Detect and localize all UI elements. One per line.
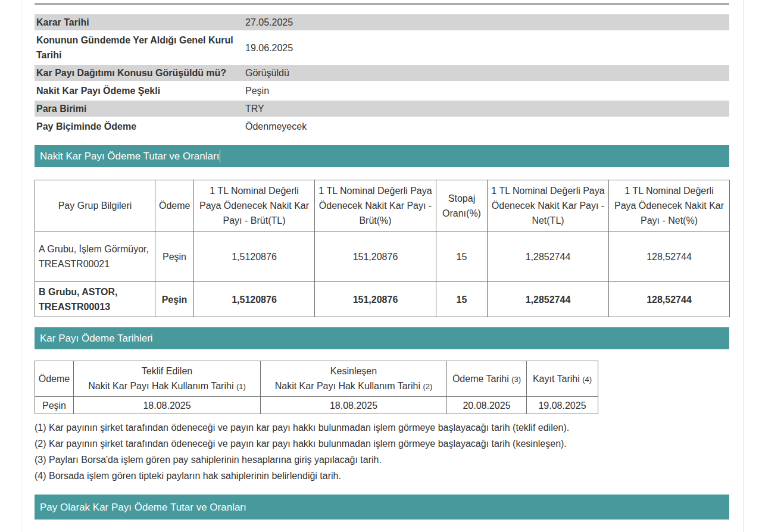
cell-net-tl: 1,2852744 (488, 282, 609, 317)
header-brut-pct: 1 TL Nominal Değerli Paya Ödenecek Nakit… (315, 180, 436, 231)
info-value: 19.06.2025 (244, 40, 729, 56)
header-line1: Kesinleşen (263, 364, 444, 378)
text-cursor (220, 150, 220, 162)
payment-dates-table: Ödeme Teklif Edilen Nakit Kar Payı Hak K… (35, 361, 598, 414)
info-value: Ödenmeyecek (244, 118, 729, 134)
table-row-pesin: Peşin 18.08.2025 18.08.2025 20.08.2025 1… (35, 397, 598, 414)
cell-net-pct: 128,52744 (609, 231, 730, 282)
header-kesinlesen: Kesinleşen Nakit Kar Payı Hak Kullanım T… (261, 361, 447, 397)
cash-dividend-table: Pay Grup Bilgileri Ödeme 1 TL Nominal De… (35, 180, 730, 317)
section-header-payment-dates: Kar Payı Ödeme Tarihleri (35, 327, 729, 349)
info-label: Nakit Kar Payı Ödeme Şekli (35, 83, 244, 99)
header-line2: Nakit Kar Payı Hak Kullanım Tarihi (2) (263, 378, 444, 394)
footnote-4: (4) Borsada işlem gören tipteki payların… (35, 468, 729, 484)
info-value: TRY (244, 101, 729, 117)
info-value: Peşin (244, 83, 729, 99)
cell-teklif-tarihi: 18.08.2025 (74, 397, 261, 414)
header-odeme: Ödeme (155, 180, 194, 231)
table-header-row: Ödeme Teklif Edilen Nakit Kar Payı Hak K… (35, 361, 598, 397)
cell-odeme: Peşin (155, 282, 194, 317)
cell-kayit-tarihi: 19.08.2025 (527, 397, 598, 414)
page-right-edge-line (743, 0, 744, 532)
header-kayit-tarihi: Kayıt Tarihi (4) (527, 361, 598, 397)
info-value: Görüşüldü (244, 65, 729, 81)
footnote-ref: (2) (423, 382, 432, 391)
header-pay-grup: Pay Grup Bilgileri (35, 180, 155, 231)
info-label: Para Birimi (35, 101, 244, 117)
cell-odeme: Peşin (35, 397, 74, 414)
section-title: Kar Payı Ödeme Tarihleri (40, 327, 153, 349)
table-header-row: Pay Grup Bilgileri Ödeme 1 TL Nominal De… (35, 180, 730, 231)
footnote-ref: (1) (236, 382, 246, 391)
header-odeme: Ödeme (35, 361, 74, 397)
cell-odeme: Peşin (155, 231, 194, 282)
info-row-karar-tarihi: Karar Tarihi 27.05.2025 (35, 14, 729, 30)
footnote-1: (1) Kar payının şirket tarafından ödenec… (35, 420, 729, 436)
cell-net-pct: 128,52744 (609, 282, 730, 317)
footnote-3: (3) Payları Borsa'da işlem gören pay sah… (35, 452, 729, 468)
cell-net-tl: 1,2852744 (488, 231, 609, 282)
cell-kesin-tarihi: 18.08.2025 (261, 397, 447, 414)
cell-brut-tl: 1,5120876 (194, 231, 315, 282)
footnote-2: (2) Kar payının şirket tarafından ödenec… (35, 436, 729, 452)
header-odeme-tarihi: Ödeme Tarihi (3) (447, 361, 527, 397)
header-line1: Teklif Edilen (76, 364, 258, 378)
footnote-ref: (4) (582, 375, 592, 384)
page-left-edge-line (21, 0, 21, 532)
info-label: Konunun Gündemde Yer Aldığı Genel Kurul … (35, 32, 244, 63)
header-line2: Nakit Kar Payı Hak Kullanım Tarihi (1) (76, 378, 258, 394)
cell-group: A Grubu, İşlem Görmüyor, TREASTR00021 (35, 231, 155, 282)
info-value: 27.05.2025 (244, 14, 729, 30)
cell-stopaj: 15 (436, 282, 488, 317)
footnote-ref: (3) (511, 375, 521, 384)
section-title: Pay Olarak Kar Payı Ödeme Tutar ve Oranl… (40, 496, 246, 518)
cell-brut-pct: 151,20876 (315, 282, 436, 317)
cell-brut-pct: 151,20876 (315, 231, 436, 282)
header-stopaj: Stopaj Oranı(%) (436, 180, 488, 231)
cell-group: B Grubu, ASTOR, TREASTR00013 (35, 282, 155, 317)
cell-stopaj: 15 (436, 231, 488, 282)
info-row-konu-gorusuldu: Kar Payı Dağıtımı Konusu Görüşüldü mü? G… (35, 65, 729, 81)
cell-odeme-tarihi: 20.08.2025 (447, 397, 527, 414)
dividend-info-list: Karar Tarihi 27.05.2025 Konunun Gündemde… (35, 14, 729, 134)
header-teklif-edilen: Teklif Edilen Nakit Kar Payı Hak Kullanı… (74, 361, 261, 397)
header-brut-tl: 1 TL Nominal Değerli Paya Ödenecek Nakit… (194, 180, 315, 231)
info-row-genel-kurul-tarihi: Konunun Gündemde Yer Aldığı Genel Kurul … (35, 32, 729, 63)
info-row-odeme-sekli: Nakit Kar Payı Ödeme Şekli Peşin (35, 83, 729, 99)
disclosure-content: Karar Tarihi 27.05.2025 Konunun Gündemde… (35, 0, 729, 520)
info-row-pay-biciminde-odeme: Pay Biçiminde Ödeme Ödenmeyecek (35, 118, 729, 134)
header-net-pct: 1 TL Nominal Değerli Paya Ödenecek Nakit… (609, 180, 730, 231)
info-label: Kar Payı Dağıtımı Konusu Görüşüldü mü? (35, 65, 244, 81)
info-row-para-birimi: Para Birimi TRY (35, 101, 729, 117)
info-label: Karar Tarihi (35, 14, 244, 30)
section-header-cash-amounts[interactable]: Nakit Kar Payı Ödeme Tutar ve Oranları (35, 145, 729, 167)
table-row-b-grubu: B Grubu, ASTOR, TREASTR00013 Peşin 1,512… (35, 282, 730, 317)
section-header-stock-amounts: Pay Olarak Kar Payı Ödeme Tutar ve Oranl… (35, 495, 729, 520)
header-net-tl: 1 TL Nominal Değerli Paya Ödenecek Nakit… (488, 180, 609, 231)
cell-brut-tl: 1,5120876 (194, 282, 315, 317)
table-row-a-grubu: A Grubu, İşlem Görmüyor, TREASTR00021 Pe… (35, 231, 730, 282)
footnotes-block: (1) Kar payının şirket tarafından ödenec… (35, 420, 729, 484)
top-divider-line (35, 3, 729, 5)
section-title: Nakit Kar Payı Ödeme Tutar ve Oranları (40, 145, 219, 167)
info-label: Pay Biçiminde Ödeme (35, 118, 244, 134)
